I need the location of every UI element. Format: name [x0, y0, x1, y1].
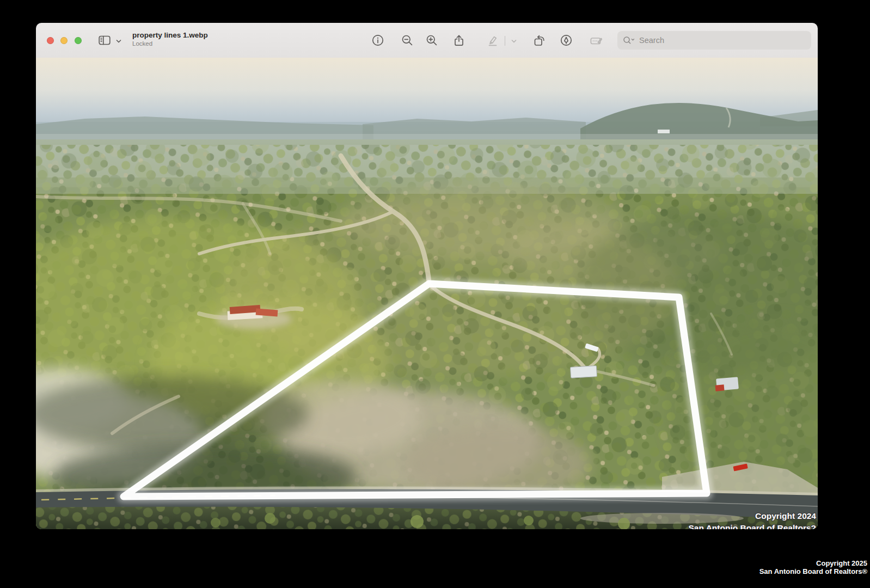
rotate-left-icon[interactable] — [533, 34, 545, 46]
highlighter-icon[interactable] — [487, 34, 499, 46]
zoom-out-icon[interactable] — [401, 34, 413, 46]
toolbar-divider — [505, 36, 505, 46]
zoom-window-button[interactable] — [75, 37, 82, 44]
highlighter-chevron-icon[interactable] — [511, 38, 517, 45]
preview-window: property lines 1.webp Locked — [36, 23, 818, 529]
titlebar: property lines 1.webp Locked — [36, 23, 818, 58]
markup-icon[interactable] — [560, 34, 572, 46]
aerial-photo: Copyright 2024 San Antonio Board of Real… — [36, 58, 818, 529]
share-icon[interactable] — [453, 34, 465, 46]
screen-copyright: Copyright 2025 San Antonio Board of Real… — [759, 559, 867, 575]
screen-copyright-line1: Copyright 2025 — [759, 559, 867, 567]
minimize-button[interactable] — [60, 37, 68, 44]
info-icon[interactable] — [372, 34, 384, 46]
barn — [715, 377, 739, 391]
search-icon — [623, 36, 635, 45]
search-field[interactable] — [617, 31, 811, 50]
autofill-icon[interactable] — [590, 34, 602, 46]
close-button[interactable] — [47, 37, 54, 44]
window-status: Locked — [132, 40, 208, 48]
distant-building — [658, 130, 670, 133]
sidebar-icon[interactable] — [99, 34, 111, 46]
photo-watermark-line1: Copyright 2024 — [755, 511, 816, 520]
title-block: property lines 1.webp Locked — [132, 31, 208, 48]
screen-copyright-line2: San Antonio Board of Realtors® — [759, 567, 867, 575]
window-title: property lines 1.webp — [132, 31, 208, 40]
zoom-in-icon[interactable] — [426, 34, 438, 46]
search-input[interactable] — [638, 35, 806, 45]
title-chevron-icon[interactable] — [115, 38, 122, 45]
photo-watermark-line2: San Antonio Board of Realtors? — [688, 523, 816, 529]
desktop: property lines 1.webp Locked — [0, 0, 870, 588]
